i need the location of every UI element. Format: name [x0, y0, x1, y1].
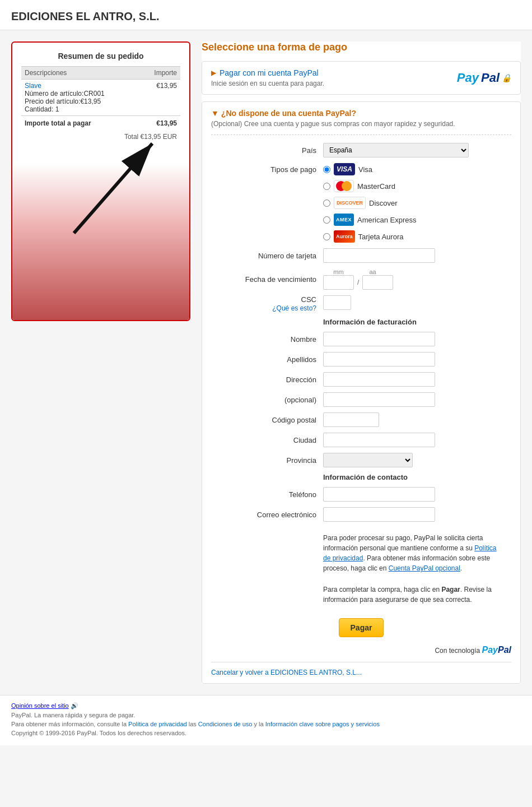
codigo-postal-label: Código postal — [211, 416, 323, 424]
date-separator: / — [357, 279, 359, 286]
page-header: EDICIONES EL ANTRO, S.L. — [0, 0, 532, 30]
paypal-pay: Pay — [457, 71, 479, 85]
col-descripciones: Descripciones — [21, 67, 140, 80]
card-number-input[interactable] — [323, 248, 435, 263]
con-tecnologia-text: Con tecnología — [435, 647, 480, 655]
date-labels: mm aa — [323, 268, 511, 275]
visa-label: Visa — [358, 165, 372, 174]
direccion-label: Dirección — [211, 375, 323, 384]
paypal-optional-link[interactable]: Cuenta PayPal opcional — [389, 564, 460, 572]
email-row: Correo electrónico — [211, 507, 511, 522]
paypal-brand-text: PayPal — [482, 645, 511, 655]
subtotal-value: €13,95 — [140, 116, 180, 131]
footer-opinion-row: Opinión sobre el sitio 🔊 — [11, 702, 521, 709]
paypal-login-subtext: Inicie sesión en su cuenta para pagar. — [211, 80, 324, 87]
privacy-text: Para poder procesar su pago, PayPal le s… — [323, 533, 502, 573]
aa-input[interactable] — [362, 275, 393, 290]
paypal-pay-text: Pay — [482, 645, 498, 655]
condiciones-link[interactable]: Condiciones de uso — [198, 721, 253, 727]
nombre-label: Nombre — [211, 335, 323, 344]
subtotal-label: Importe total a pagar — [21, 116, 140, 131]
subtotal-row: Importe total a pagar €13,95 — [21, 116, 180, 131]
amex-option[interactable]: AMEX American Express — [323, 214, 511, 226]
paypal-logo: PayPal 🔒 — [457, 71, 511, 85]
complete-text-row: Para completar la compra, haga clic en P… — [211, 585, 511, 613]
informacion-link[interactable]: Información clave sobre pagos y servicio… — [265, 721, 380, 727]
privacy-text-1: Para poder procesar su pago, PayPal le s… — [323, 534, 483, 552]
discover-option[interactable]: DISCOVER Discover — [323, 197, 511, 209]
amex-label: American Express — [357, 216, 416, 224]
provincia-select[interactable] — [323, 453, 413, 467]
total-line: Total €13,95 EUR — [21, 131, 180, 143]
visa-radio[interactable] — [323, 166, 330, 173]
direccion-input[interactable] — [323, 372, 435, 387]
paypal-login-link[interactable]: ▶ Pagar con mi cuenta PayPal — [211, 68, 324, 77]
politica-link[interactable]: Política de privacidad — [128, 721, 187, 727]
mastercard-radio[interactable] — [323, 183, 330, 190]
item-link[interactable]: Slave — [25, 82, 41, 90]
ciudad-input[interactable] — [323, 433, 435, 447]
total-row: Total €13,95 EUR — [21, 131, 180, 143]
aurora-label: Tarjeta Aurora — [358, 233, 404, 241]
mm-input[interactable] — [323, 275, 354, 290]
site-title: EDICIONES EL ANTRO, S.L. — [11, 10, 521, 23]
lock-icon: 🔒 — [502, 73, 511, 82]
pagar-button[interactable]: Pagar — [339, 618, 384, 637]
item-importe: €13,95 — [140, 80, 180, 116]
no-paypal-subtitle: (Opcional) Cree una cuenta y pague sus c… — [211, 120, 511, 135]
order-summary-panel: Resumen de su pedido Descripciones Impor… — [11, 41, 190, 321]
apellidos-input[interactable] — [323, 352, 435, 367]
card-number-label: Número de tarjeta — [211, 252, 323, 260]
direccion-opcional-input[interactable] — [323, 392, 435, 407]
mastercard-option[interactable]: MasterCard — [323, 180, 511, 192]
email-input[interactable] — [323, 507, 435, 522]
discover-label: Discover — [369, 199, 398, 207]
aurora-radio[interactable] — [323, 233, 330, 240]
expiry-row: Fecha de vencimiento mm aa / — [211, 268, 511, 290]
country-row: País España — [211, 143, 511, 157]
item-cantidad: Cantidad: 1 — [25, 105, 59, 113]
con-tecnologia-area: Con tecnología PayPal — [211, 645, 511, 655]
payment-panel: Seleccione una forma de pago ▶ Pagar con… — [202, 41, 521, 684]
csc-label: CSC — [211, 295, 316, 304]
no-paypal-arrow: ▼ — [211, 109, 219, 118]
csc-help-link[interactable]: ¿Qué es esto? — [272, 304, 316, 312]
csc-input[interactable] — [323, 295, 351, 310]
opinion-link[interactable]: Opinión sobre el sitio — [11, 702, 69, 709]
paypal-arrow-icon: ▶ — [211, 69, 216, 77]
ciudad-label: Ciudad — [211, 436, 323, 444]
apellidos-row: Apellidos — [211, 352, 511, 367]
paypal-pal: Pal — [481, 71, 500, 85]
paypal-pal-text: Pal — [498, 645, 511, 655]
csc-row: CSC ¿Qué es esto? — [211, 295, 511, 312]
telefono-label: Teléfono — [211, 490, 323, 499]
contact-info-heading: Información de contacto — [323, 473, 408, 481]
email-label: Correo electrónico — [211, 511, 323, 519]
complete-prefix: Para completar la compra, haga clic en — [323, 586, 441, 593]
mm-label: mm — [323, 268, 354, 275]
csc-label-area: CSC ¿Qué es esto? — [211, 295, 323, 312]
payment-types-row: Tipos de pago VISA Visa — [211, 163, 511, 243]
direccion-opcional-row: (opcional) — [211, 392, 511, 407]
mastercard-badge — [334, 180, 354, 192]
visa-option[interactable]: VISA Visa — [323, 163, 511, 175]
footer-mid: las — [187, 721, 198, 727]
discover-radio[interactable] — [323, 200, 330, 207]
amex-radio[interactable] — [323, 216, 330, 224]
col-importe: Importe — [140, 67, 180, 80]
card-number-row: Número de tarjeta — [211, 248, 511, 263]
pagar-btn-area: Pagar — [211, 618, 511, 637]
no-paypal-title: ▼ ¿No dispone de una cuenta PayPal? — [211, 109, 511, 118]
ciudad-row: Ciudad — [211, 433, 511, 447]
country-select[interactable]: España — [323, 143, 469, 157]
date-fields: / — [323, 275, 511, 290]
codigo-postal-row: Código postal — [211, 412, 511, 427]
telefono-input[interactable] — [323, 487, 435, 502]
no-paypal-section: ▼ ¿No dispone de una cuenta PayPal? (Opc… — [202, 101, 521, 684]
nombre-input[interactable] — [323, 332, 435, 346]
cancel-link[interactable]: Cancelar y volver a EDICIONES EL ANTRO, … — [211, 669, 362, 676]
item-precio: Precio del artículo:€13,95 — [25, 98, 101, 105]
codigo-postal-input[interactable] — [323, 412, 379, 427]
direccion-row: Dirección — [211, 372, 511, 387]
aurora-option[interactable]: Aurora Tarjeta Aurora — [323, 230, 511, 243]
